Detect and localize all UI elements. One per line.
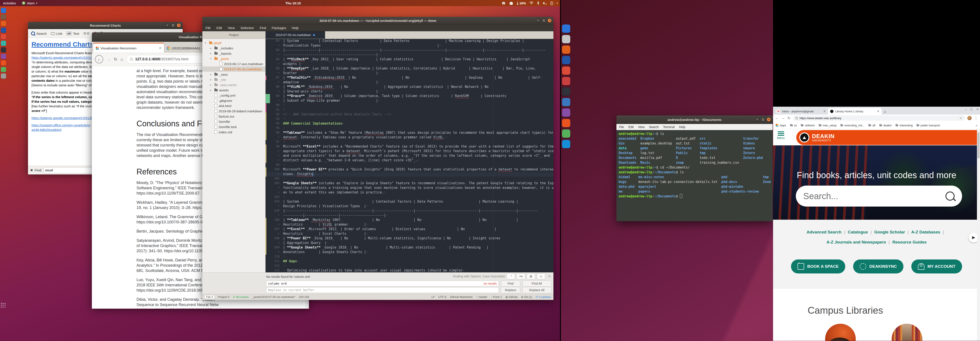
home-button[interactable]: ⌂ [121, 57, 123, 62]
find-all-button[interactable]: Find All [522, 281, 551, 287]
activities-button[interactable]: Activities [0, 0, 19, 6]
menu-edit[interactable]: Edit [628, 125, 634, 129]
replace-all-button[interactable]: Replace All [522, 287, 551, 293]
replace-button[interactable]: Replace [501, 287, 520, 293]
editor-line[interactable]: 83| System | Contextual Factors | Data P… [266, 39, 554, 43]
close-panel-icon[interactable]: ✕ [548, 274, 551, 278]
editor-line[interactable]: •| Aggregation Query |¬ [266, 241, 554, 246]
editor-line[interactable]: 89| **Draco** _Dominik 2019_ | Column im… [266, 94, 554, 98]
campus-library-photo-1[interactable] [825, 324, 856, 341]
editor-line[interactable]: 94### Commercial Implementations¬ [266, 122, 554, 126]
tree-item-.sass-cache[interactable]: ▸.sass-cache [202, 82, 265, 87]
apps-bookmark[interactable]: Apps [776, 124, 786, 127]
editor-line[interactable]: •---------------------------------------… [266, 53, 554, 57]
tree-item-assets[interactable]: ▸assets [202, 87, 265, 93]
launcher-icon-12[interactable] [562, 140, 570, 148]
editor-line[interactable]: 112¬ [266, 264, 554, 268]
close-tab-icon[interactable]: ✕ [159, 46, 161, 50]
selection-toggle[interactable]: ▤ [527, 273, 535, 279]
launcher-icon-8[interactable] [1, 54, 6, 59]
editor-line[interactable]: 99¬ [266, 163, 554, 167]
terminal-output[interactable]: andrew@andrew-ltp:~$ lsanaconda3 Dropbox… [616, 130, 773, 200]
editor-line[interactable]: 103¬ [266, 195, 554, 200]
editor-line[interactable]: 100Microsoft **Power BI** provides a "Qu… [266, 167, 554, 172]
library-link[interactable]: A-Z Journals and Newspapers [826, 240, 886, 244]
launcher-icon-10[interactable] [562, 119, 570, 127]
editor-line[interactable]: 86| **DeepEye** _Luo 2018_ | Column impo… [266, 67, 554, 71]
editor-line[interactable]: 110¬ [266, 255, 554, 259]
maximize-button[interactable]: ▢ [171, 24, 175, 27]
close-button[interactable]: ✕ [976, 108, 979, 111]
tree-item-.gitignore[interactable]: .gitignore [202, 98, 265, 103]
launcher-icon-3[interactable] [562, 46, 570, 54]
close-tab-icon[interactable]: ✕ [877, 109, 880, 113]
editor-line[interactable]: 98Microsoft **Excel** includes a "Recomm… [266, 144, 554, 149]
editor-line[interactable]: 106| **Tableau** _Mackinlay 2007_ | No |… [266, 218, 554, 222]
editor-line[interactable]: •adaptive |¬ [266, 80, 554, 85]
status-cursor-position[interactable]: 100:158 [299, 295, 309, 298]
badge-icon[interactable] [509, 1, 513, 5]
library-search-box[interactable]: Search... [796, 186, 962, 206]
tree-item-2019-06-17-avs.markdown[interactable]: 2019-06-17-avs.markdown [202, 61, 265, 67]
profile-avatar[interactable] [967, 116, 972, 120]
bookmark-interesting[interactable]: interesting [896, 124, 913, 127]
status-git[interactable]: ⊕ Git (1) [521, 295, 532, 298]
library-link[interactable]: Resource Guides [892, 240, 927, 244]
editor-line[interactable]: •functionality mentions a training engin… [266, 186, 554, 190]
launcher-icon-2[interactable] [562, 35, 570, 43]
bookmark-skillsets[interactable]: skillsets [801, 124, 815, 127]
status-eol[interactable]: LF [431, 295, 435, 298]
bookmark-os[interactable]: os [790, 124, 797, 127]
editor-line[interactable]: •widgets |¬ [266, 62, 554, 67]
note-icon[interactable] [502, 1, 506, 5]
editor-line[interactable]: 95¬ [266, 126, 554, 131]
editor-line[interactable]: •| Subset of Vega-Lite grammar |¬ [266, 98, 554, 103]
launcher-icon-5[interactable] [562, 67, 570, 75]
text-format-button[interactable]: a|bText [66, 32, 79, 35]
status-no-issues[interactable]: ✔ No Issues [233, 295, 248, 298]
minimize-button[interactable]: – [755, 117, 759, 122]
tree-item-_layouts[interactable]: ▸_layouts [202, 51, 265, 56]
launcher-icon-7[interactable] [562, 87, 570, 96]
launcher-icon-2[interactable] [1, 14, 6, 20]
library-link[interactable]: A-Z Databases [911, 230, 940, 234]
bluetooth-icon[interactable] [537, 1, 539, 5]
book-a-space-button[interactable]: BOOK A SPACE [791, 260, 845, 273]
editor-line[interactable]: 88| **VizML** _Hu&nbsp;2019_ | No | Aggr… [266, 85, 554, 89]
status-git-branch[interactable]: ⑂ master [476, 295, 487, 298]
tree-item-_sass[interactable]: ▸_sass [202, 72, 265, 77]
status-file-issues[interactable]: File 0 [205, 295, 215, 299]
bookmark-public transport[interactable]: public transport [916, 124, 940, 127]
launcher-icon-4[interactable] [1, 27, 6, 33]
status-github[interactable]: ◍ GitHub [505, 295, 517, 298]
editor-line[interactable]: •as to what extent this was implemented … [266, 190, 554, 195]
editor-line[interactable]: •Design Principles | Visualisation Types… [266, 204, 554, 209]
tab-gmail[interactable]: M Inbox - anjsimmo@gmail.✕ [774, 108, 828, 114]
editor-line[interactable]: •Heuristics | VizQL grammar |¬ [266, 222, 554, 227]
editor-line[interactable]: 107| **Excel** _Microsoft 2013_ | Order … [266, 227, 554, 232]
editor-line[interactable]: 105|------------------------------------… [266, 209, 554, 213]
editor-line[interactable]: •Heuristics | Excel Charts |¬ [266, 232, 554, 236]
scrollbar-thumb[interactable] [977, 132, 980, 159]
status-encoding[interactable]: UTF-8 [438, 295, 447, 298]
menu-file[interactable]: File [205, 26, 211, 30]
campus-library-photo-2[interactable] [892, 324, 922, 341]
launcher-icon-11[interactable] [562, 129, 570, 138]
editor-line[interactable]: •views. Inisghts.¬ [266, 172, 554, 177]
back-button[interactable]: ← [95, 55, 103, 63]
editor-line[interactable]: 102**Google Sheets** includes an "Explor… [266, 181, 554, 186]
tab-library[interactable]: Library Home | Library✕ [828, 108, 881, 114]
find-input[interactable]: column ordno results [266, 281, 499, 286]
menu-find[interactable]: Find [260, 26, 266, 30]
scrollbar[interactable] [977, 129, 980, 341]
launcher-icon-6[interactable] [562, 77, 570, 85]
status-file-path[interactable]: _posts/2019-07-05-vis.markdown* [252, 295, 295, 298]
temperature-indicator[interactable]: 16% [517, 1, 526, 5]
editor-line[interactable]: 93¬ [266, 117, 554, 122]
tree-item-Gemfile.lock[interactable]: Gemfile.lock [202, 124, 265, 129]
forward-button[interactable]: → [106, 57, 111, 62]
atom-titlebar[interactable]: 2019-07-05-vis.markdown — ~/src/phd-src/… [202, 17, 554, 24]
library-link[interactable]: Google Scholar [874, 230, 905, 234]
editor-line[interactable]: 111## Gaps¬ [266, 259, 554, 264]
battery-icon[interactable] [550, 1, 553, 5]
